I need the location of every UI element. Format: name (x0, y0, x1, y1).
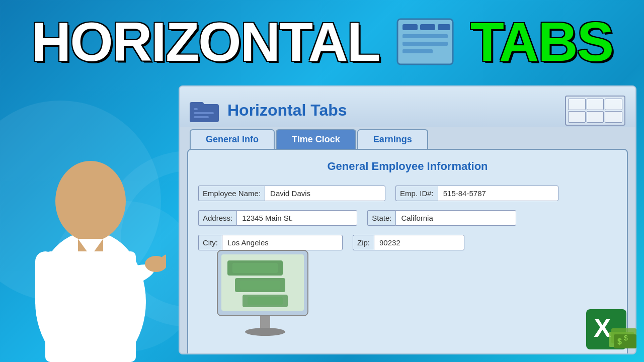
form-group-address: Address: 12345 Main St. (198, 210, 357, 226)
form-group-zip: Zip: 90232 (353, 235, 464, 250)
section-title: General Employee Information (198, 160, 617, 173)
win-ctrl-6[interactable] (605, 111, 622, 123)
state-label: State: (367, 210, 395, 226)
svg-rect-28 (248, 297, 283, 305)
zip-value: 90232 (374, 235, 464, 250)
address-value: 12345 Main St. (236, 210, 357, 226)
content-area: General Employee Information Employee Na… (187, 149, 628, 354)
form-group-emp-id: Emp. ID#: 515-84-5787 (395, 186, 558, 201)
window-header: Horizontal Tabs (180, 86, 635, 127)
emp-id-value: 515-84-5787 (438, 186, 558, 201)
excel-logo: X $ $ (576, 304, 636, 354)
win-ctrl-2[interactable] (587, 99, 604, 110)
form-row-2: Address: 12345 Main St. State: Californi… (198, 210, 617, 226)
title-banner: HORIZONTAL TABS (0, 0, 644, 83)
title-tabs: TABS (470, 14, 613, 69)
win-ctrl-3[interactable] (605, 99, 622, 110)
svg-text:$: $ (617, 337, 622, 346)
monitor-illustration (212, 248, 323, 343)
svg-rect-6 (403, 49, 433, 53)
tab-earnings[interactable]: Earnings (357, 129, 428, 149)
svg-rect-1 (403, 24, 418, 30)
svg-rect-18 (194, 108, 198, 110)
win-ctrl-4[interactable] (568, 111, 586, 123)
title-horizontal: HORIZONTAL (31, 14, 380, 69)
svg-rect-2 (420, 24, 435, 30)
win-ctrl-1[interactable] (568, 99, 586, 110)
svg-point-30 (245, 328, 285, 336)
spreadsheet-window: Horizontal Tabs General Info Time Clock … (179, 85, 636, 354)
tab-time-clock[interactable]: Time Clock (276, 129, 356, 149)
svg-text:$: $ (624, 334, 628, 342)
window-controls (565, 96, 625, 126)
form-row-1: Employee Name: David Davis Emp. ID#: 515… (198, 186, 617, 201)
svg-point-8 (55, 161, 126, 241)
svg-rect-11 (45, 251, 136, 362)
svg-rect-5 (403, 42, 448, 46)
svg-rect-3 (438, 24, 450, 30)
svg-rect-17 (190, 102, 204, 108)
emp-id-label: Emp. ID#: (395, 186, 438, 201)
zip-label: Zip: (353, 235, 374, 250)
svg-rect-20 (194, 116, 209, 118)
form-group-state: State: California (367, 210, 516, 226)
window-title: Horizontal Tabs (227, 101, 557, 120)
tab-general-info[interactable]: General Info (190, 129, 275, 149)
person-image (15, 101, 166, 362)
employee-name-label: Employee Name: (198, 186, 265, 201)
state-value: California (395, 210, 516, 226)
svg-rect-4 (403, 34, 448, 38)
svg-rect-19 (194, 112, 214, 114)
tabs-bar: General Info Time Clock Earnings (180, 129, 635, 149)
svg-rect-13 (35, 251, 55, 312)
tabs-title-icon (390, 12, 460, 72)
win-ctrl-5[interactable] (587, 111, 604, 123)
address-label: Address: (198, 210, 236, 226)
folder-icon (190, 98, 220, 123)
svg-rect-26 (240, 281, 280, 290)
form-group-employee-name: Employee Name: David Davis (198, 186, 385, 201)
svg-rect-24 (232, 263, 278, 273)
employee-name-value: David Davis (265, 186, 385, 201)
svg-text:X: X (594, 313, 611, 342)
